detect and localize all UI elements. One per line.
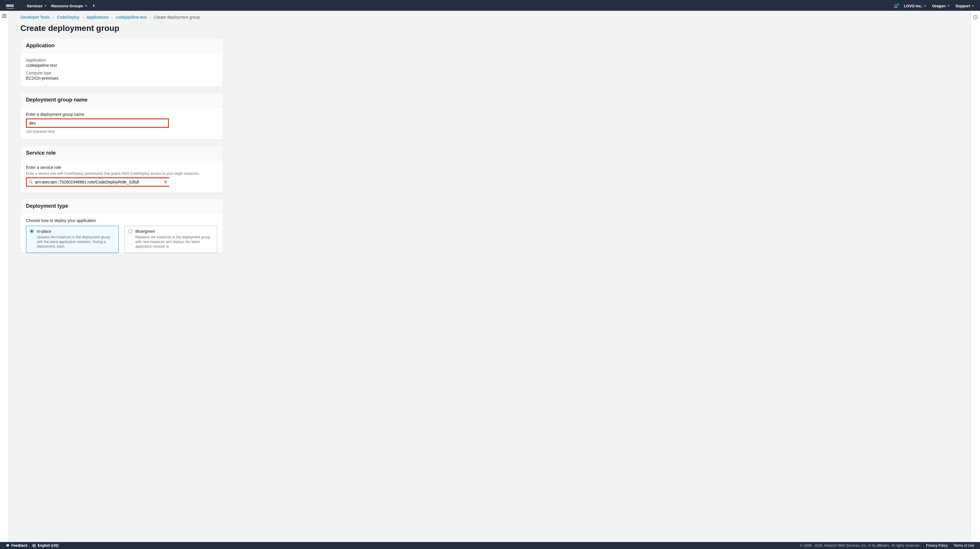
compute-type-label: Compute type bbox=[26, 71, 217, 75]
service-role-input[interactable] bbox=[27, 178, 170, 186]
services-label: Services bbox=[27, 4, 43, 8]
copyright: © 2008 - 2020, Amazon Web Services, Inc.… bbox=[800, 543, 920, 547]
deployment-group-name-panel: Deployment group name Enter a deployment… bbox=[21, 92, 223, 140]
compute-type-value: EC2/On-premises bbox=[26, 76, 217, 81]
breadcrumb-link[interactable]: Applications bbox=[87, 15, 109, 19]
aws-logo[interactable]: aws bbox=[6, 3, 14, 9]
svg-line-1 bbox=[32, 183, 33, 184]
resource-groups-menu[interactable]: Resource Groups bbox=[51, 4, 87, 8]
account-label: LOVO Inc. bbox=[904, 4, 922, 8]
region-label: Oregon bbox=[932, 4, 946, 8]
services-menu[interactable]: Services bbox=[27, 4, 47, 8]
dg-name-label: Enter a deployment group name bbox=[26, 112, 217, 117]
deployment-type-in-place[interactable]: In-place Updates the instances in the de… bbox=[26, 226, 119, 253]
service-role-label: Enter a service role bbox=[26, 165, 217, 170]
radio-title: Blue/green bbox=[135, 229, 155, 234]
pin-button[interactable] bbox=[92, 4, 96, 8]
account-menu[interactable]: LOVO Inc. bbox=[904, 4, 926, 8]
top-nav: aws Services Resource Groups LOVO Inc. bbox=[0, 1, 980, 11]
feedback-button[interactable]: Feedback bbox=[6, 543, 27, 547]
support-label: Support bbox=[956, 4, 970, 8]
chevron-down-icon bbox=[972, 5, 974, 7]
info-icon[interactable] bbox=[973, 15, 978, 19]
chevron-down-icon bbox=[45, 5, 47, 7]
footer: Feedback English (US) © 2008 - 2020, Ama… bbox=[0, 542, 980, 549]
globe-icon bbox=[32, 544, 36, 547]
panel-heading: Service role bbox=[26, 150, 217, 156]
chevron-right-icon: › bbox=[52, 15, 54, 19]
breadcrumb-link[interactable]: CodeDeploy bbox=[57, 15, 80, 19]
chat-icon bbox=[6, 544, 10, 547]
dg-name-hint: 100 character limit bbox=[26, 129, 217, 134]
page-title: Create deployment group bbox=[21, 24, 406, 33]
terms-link[interactable]: Terms of Use bbox=[953, 543, 974, 547]
breadcrumb-link[interactable]: Developer Tools bbox=[21, 15, 49, 19]
sidebar-toggle[interactable] bbox=[2, 14, 7, 18]
resource-groups-label: Resource Groups bbox=[51, 4, 83, 8]
radio-title: In-place bbox=[37, 229, 51, 234]
radio-desc: Updates the instances in the deployment … bbox=[30, 235, 115, 249]
panel-heading: Deployment group name bbox=[26, 97, 217, 103]
service-role-desc: Enter a service role with CodeDeploy per… bbox=[26, 172, 217, 176]
deployment-type-blue-green[interactable]: Blue/green Replaces the instances in the… bbox=[124, 226, 217, 253]
application-label: Application bbox=[26, 58, 217, 62]
panel-heading: Application bbox=[26, 43, 217, 49]
language-label: English (US) bbox=[38, 543, 58, 547]
right-rail bbox=[970, 11, 980, 542]
chevron-right-icon: › bbox=[82, 15, 84, 19]
application-value: codepipeline-test bbox=[26, 63, 217, 68]
region-menu[interactable]: Oregon bbox=[932, 4, 950, 8]
service-role-panel: Service role Enter a service role Enter … bbox=[21, 146, 223, 193]
chevron-down-icon bbox=[85, 5, 87, 7]
breadcrumb: Developer Tools › CodeDeploy › Applicati… bbox=[21, 15, 406, 19]
support-menu[interactable]: Support bbox=[956, 4, 974, 8]
radio-icon bbox=[30, 229, 34, 233]
radio-desc: Replaces the instances in the deployment… bbox=[128, 235, 213, 249]
clear-icon[interactable] bbox=[164, 180, 168, 184]
left-rail bbox=[0, 11, 9, 542]
pin-icon bbox=[92, 4, 96, 8]
feedback-label: Feedback bbox=[11, 543, 27, 547]
chevron-down-icon bbox=[947, 5, 950, 7]
svg-point-0 bbox=[29, 181, 32, 183]
application-panel: Application Application codepipeline-tes… bbox=[21, 38, 223, 87]
breadcrumb-link[interactable]: codepipeline-test bbox=[116, 15, 147, 19]
radio-icon bbox=[128, 229, 132, 233]
notification-dot bbox=[897, 3, 899, 5]
search-icon bbox=[29, 180, 33, 184]
deployment-group-name-input[interactable] bbox=[27, 119, 168, 127]
chevron-down-icon bbox=[924, 5, 926, 7]
deployment-type-panel: Deployment type Choose how to deploy you… bbox=[21, 199, 223, 253]
main-content: Developer Tools › CodeDeploy › Applicati… bbox=[9, 11, 970, 542]
notifications-button[interactable] bbox=[894, 4, 898, 8]
chevron-right-icon: › bbox=[111, 15, 113, 19]
deployment-type-label: Choose how to deploy your application bbox=[26, 218, 217, 223]
breadcrumb-current: Create deployment group bbox=[154, 15, 200, 19]
privacy-link[interactable]: Privacy Policy bbox=[926, 543, 948, 547]
panel-heading: Deployment type bbox=[26, 203, 217, 209]
language-selector[interactable]: English (US) bbox=[32, 543, 58, 547]
chevron-right-icon: › bbox=[150, 15, 151, 19]
